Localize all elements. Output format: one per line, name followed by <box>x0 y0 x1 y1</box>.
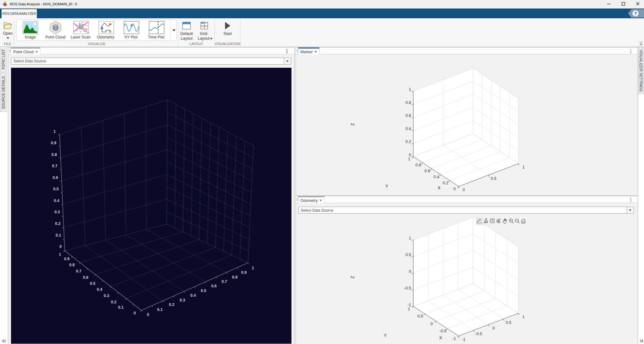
svg-text:0.6: 0.6 <box>83 275 88 279</box>
svg-text:0.7: 0.7 <box>52 164 57 168</box>
svg-text:0.2: 0.2 <box>169 302 174 307</box>
svg-text:0: 0 <box>147 312 149 317</box>
svg-text:X: X <box>439 335 442 340</box>
svg-text:Z: Z <box>350 276 355 278</box>
svg-text:0.6: 0.6 <box>425 169 430 173</box>
svg-text:0.2: 0.2 <box>405 139 411 144</box>
svg-text:0: 0 <box>492 326 494 330</box>
svg-text:0: 0 <box>59 244 62 249</box>
svg-text:0: 0 <box>462 187 465 192</box>
svg-text:1: 1 <box>252 266 254 270</box>
svg-text:0.1: 0.1 <box>118 305 123 310</box>
svg-text:0: 0 <box>453 186 455 191</box>
svg-text:0.4: 0.4 <box>54 198 59 203</box>
svg-text:1: 1 <box>408 157 410 161</box>
svg-text:-1: -1 <box>452 336 456 341</box>
svg-text:0.2: 0.2 <box>443 181 448 185</box>
svg-text:0.4: 0.4 <box>97 287 102 292</box>
svg-text:1: 1 <box>409 87 411 92</box>
svg-text:0.5: 0.5 <box>417 314 423 318</box>
svg-text:Z: Z <box>350 123 355 126</box>
svg-text:0.6: 0.6 <box>405 113 411 118</box>
svg-text:Y: Y <box>385 184 388 189</box>
svg-text:1: 1 <box>522 314 524 319</box>
svg-text:0.2: 0.2 <box>55 221 60 226</box>
svg-text:0.8: 0.8 <box>415 163 421 167</box>
svg-text:0.1: 0.1 <box>55 233 61 237</box>
svg-text:?: ? <box>634 11 637 16</box>
svg-text:0.5: 0.5 <box>90 281 95 285</box>
svg-text:0.4: 0.4 <box>433 175 439 179</box>
svg-text:0.2: 0.2 <box>111 300 116 304</box>
svg-text:0.8: 0.8 <box>51 152 57 157</box>
svg-text:0.5: 0.5 <box>491 176 496 181</box>
svg-text:0.5: 0.5 <box>201 289 206 293</box>
svg-text:0.9: 0.9 <box>51 141 56 145</box>
svg-text:0.3: 0.3 <box>54 210 59 214</box>
svg-text:1: 1 <box>409 236 411 240</box>
svg-text:0.5: 0.5 <box>53 187 59 191</box>
svg-text:0: 0 <box>430 321 432 326</box>
svg-text:0.3: 0.3 <box>104 293 109 298</box>
svg-text:0: 0 <box>133 311 136 315</box>
svg-text:-0.5: -0.5 <box>475 331 482 336</box>
svg-text:0.8: 0.8 <box>405 100 411 105</box>
svg-text:-1: -1 <box>407 302 411 307</box>
svg-text:1: 1 <box>59 252 61 257</box>
svg-text:0.5: 0.5 <box>506 320 511 325</box>
svg-text:0.1: 0.1 <box>157 307 162 312</box>
svg-text:1: 1 <box>54 129 56 134</box>
svg-text:0.7: 0.7 <box>222 279 227 284</box>
svg-text:0.3: 0.3 <box>179 298 185 302</box>
svg-text:0.4: 0.4 <box>405 126 411 131</box>
svg-text:1: 1 <box>408 307 410 311</box>
svg-text:-0.5: -0.5 <box>439 329 446 333</box>
svg-text:0.7: 0.7 <box>76 269 81 273</box>
svg-text:0.6: 0.6 <box>211 284 216 288</box>
svg-text:0: 0 <box>409 269 411 274</box>
svg-text:0.9: 0.9 <box>241 270 246 275</box>
svg-text:0.8: 0.8 <box>232 275 237 279</box>
svg-text:0.5: 0.5 <box>405 252 411 257</box>
svg-text:0.6: 0.6 <box>53 175 58 180</box>
svg-text:-1: -1 <box>462 337 466 342</box>
svg-text:1: 1 <box>522 164 524 169</box>
svg-text:0.8: 0.8 <box>69 263 74 267</box>
svg-text:Y: Y <box>384 333 387 338</box>
svg-text:X: X <box>438 185 441 190</box>
svg-text:0.4: 0.4 <box>190 293 195 298</box>
svg-text:0.9: 0.9 <box>64 257 69 261</box>
svg-text:0: 0 <box>409 152 411 157</box>
svg-text:-0.5: -0.5 <box>404 286 411 290</box>
